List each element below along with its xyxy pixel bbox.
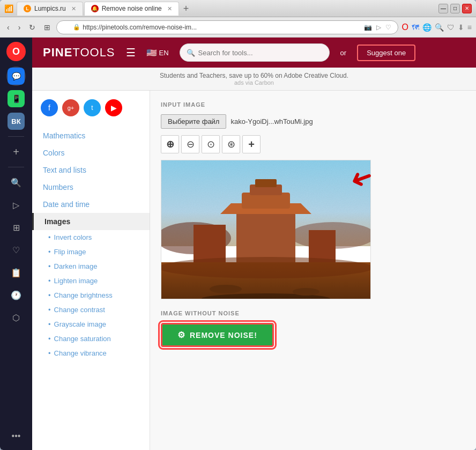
- search-icon: 🔍: [187, 49, 195, 57]
- home-button[interactable]: ⊞: [41, 22, 53, 33]
- twitter-share-button[interactable]: t: [84, 99, 101, 116]
- sidebar-subitem-lighten-image[interactable]: Lighten image: [32, 274, 150, 288]
- pine-bold: PINE: [43, 46, 72, 59]
- youtube-share-button[interactable]: ▶: [105, 99, 122, 116]
- language-selector[interactable]: 🇺🇸 EN: [146, 48, 169, 58]
- google-plus-share-button[interactable]: g+: [62, 99, 79, 116]
- wa-icon: 📱: [8, 90, 25, 107]
- vk-icon[interactable]: ВК: [6, 112, 26, 131]
- addressbar: ‹ › ↻ ⊞ 🔒 https://pinetools.com/remove-n…: [0, 17, 476, 38]
- browser-content: O 💬 📱 ВК + 🔍 ▷ ⊞ ♡ 📋 🕐 ⬡ •••: [0, 38, 476, 450]
- tab-lumpics[interactable]: L Lumpics.ru ✕: [17, 2, 83, 16]
- ad-banner: Students and Teachers, save up to 60% on…: [32, 68, 476, 91]
- messenger-icon[interactable]: 💬: [6, 67, 26, 86]
- social-buttons: f g+ t ▶: [32, 99, 150, 125]
- pine-header: PINETOOLS ☰ 🇺🇸 EN 🔍 or Suggest one: [32, 38, 476, 68]
- sidebar-item-images[interactable]: Images: [32, 213, 150, 230]
- grid-icon[interactable]: ⊞: [6, 218, 26, 237]
- sidebar-subitem-flip-image[interactable]: Flip image: [32, 245, 150, 259]
- file-input-row: Выберите файл kako-YgoiDj...whTouMi.jpg: [161, 114, 465, 129]
- refresh-button[interactable]: ↻: [26, 22, 38, 33]
- zoom-out-button[interactable]: ⊖: [181, 135, 199, 153]
- sidebar-subitem-grayscale[interactable]: Grayscale image: [32, 317, 150, 331]
- main-content-area: INPUT IMAGE Выберите файл kako-YgoiDj...…: [150, 91, 476, 450]
- sidebar-item-colors[interactable]: Colors: [32, 144, 150, 161]
- search-container[interactable]: 🔍: [180, 43, 330, 62]
- history-icon[interactable]: 🕐: [6, 285, 26, 305]
- tab-favicon-lumpics: L: [24, 5, 31, 12]
- ssl-lock-icon: 🔒: [73, 24, 80, 31]
- sidebar-subitem-darken-image[interactable]: Darken image: [32, 259, 150, 274]
- zoom-in-button[interactable]: ⊕: [161, 135, 179, 153]
- vk-logo: ВК: [8, 113, 25, 130]
- tab-close-noise[interactable]: ✕: [167, 5, 172, 12]
- output-section: IMAGE WITHOUT NOISE ⚙ REMOVE NOISE!: [161, 310, 465, 347]
- tab-close-lumpics[interactable]: ✕: [71, 5, 76, 12]
- forward-button[interactable]: ›: [16, 22, 24, 33]
- whatsapp-icon[interactable]: 📱: [6, 89, 26, 108]
- ad-line1: Students and Teachers, save up to 60% on…: [36, 72, 472, 79]
- tab-remove-noise[interactable]: 🔔 Remove noise online ✕: [84, 2, 179, 16]
- settings-icon: ≡: [467, 23, 472, 32]
- download-icon: ⬇: [458, 23, 464, 32]
- opera-sidebar: O 💬 📱 ВК + 🔍 ▷ ⊞ ♡ 📋 🕐 ⬡ •••: [0, 38, 32, 450]
- sidebar-item-date-time[interactable]: Date and time: [32, 196, 150, 213]
- nav-section: Mathematics Colors Text and lists Number…: [32, 125, 150, 363]
- sidebar-item-mathematics[interactable]: Mathematics: [32, 127, 150, 144]
- opera-o-icon: O: [401, 23, 408, 32]
- zoom-custom-button[interactable]: +: [242, 135, 261, 153]
- share-icon: ▷: [376, 24, 381, 31]
- new-tab-button[interactable]: +: [180, 2, 192, 16]
- suggest-button[interactable]: Suggest one: [357, 45, 415, 61]
- tab-label-noise: Remove noise online: [102, 5, 162, 12]
- titlebar: 📶 L Lumpics.ru ✕ 🔔 Remove noise online ✕…: [0, 0, 476, 17]
- favorites-icon[interactable]: ♡: [6, 240, 26, 260]
- extensions-icon[interactable]: ⬡: [6, 308, 26, 327]
- maximize-button[interactable]: □: [450, 4, 460, 13]
- sidebar-subitem-change-brightness[interactable]: Change brightness: [32, 288, 150, 303]
- url-bar[interactable]: 🔒 https://pinetools.com/remove-noise-im.…: [56, 20, 398, 34]
- sidebar-subitem-invert-colors[interactable]: Invert colors: [32, 230, 150, 245]
- globe-icon: 🌐: [422, 23, 432, 32]
- lang-label: EN: [159, 49, 169, 57]
- url-text: https://pinetools.com/remove-noise-im...: [83, 24, 197, 31]
- more-icon[interactable]: •••: [6, 426, 26, 446]
- send-icon[interactable]: ▷: [6, 195, 26, 215]
- sidebar-subitem-change-contrast[interactable]: Change contrast: [32, 303, 150, 317]
- svg-point-15: [293, 288, 319, 296]
- tab-label-lumpics: Lumpics.ru: [34, 5, 66, 12]
- maps-icon: 🗺: [412, 23, 419, 32]
- facebook-share-button[interactable]: f: [41, 99, 58, 116]
- close-button[interactable]: ✕: [462, 4, 472, 13]
- clipboard-icon[interactable]: 📋: [6, 263, 26, 282]
- sidebar-subitem-change-saturation[interactable]: Change saturation: [32, 331, 150, 346]
- window-controls: — □ ✕: [438, 4, 472, 13]
- wifi-icon: 📶: [4, 4, 13, 13]
- output-label: IMAGE WITHOUT NOISE: [161, 310, 465, 316]
- zoom-fit-button[interactable]: ⊙: [202, 135, 220, 153]
- add-icon[interactable]: +: [6, 142, 26, 161]
- gear-icon: ⚙: [177, 330, 185, 340]
- zoom-controls: ⊕ ⊖ ⊙ ⊛ +: [161, 135, 465, 153]
- search-sidebar-icon[interactable]: 🔍: [6, 173, 26, 192]
- minimize-button[interactable]: —: [438, 4, 448, 13]
- choose-file-button[interactable]: Выберите файл: [161, 114, 226, 129]
- fb-messenger-icon: 💬: [8, 68, 25, 85]
- svg-point-12: [161, 257, 370, 278]
- left-nav: f g+ t ▶ Mathematics Colors Text and lis…: [32, 91, 150, 450]
- opera-logo: O: [6, 42, 26, 61]
- hamburger-menu[interactable]: ☰: [126, 46, 136, 59]
- input-image-label: INPUT IMAGE: [161, 101, 465, 108]
- back-button[interactable]: ‹: [4, 22, 12, 33]
- sidebar-item-numbers[interactable]: Numbers: [32, 179, 150, 196]
- remove-noise-label: REMOVE NOISE!: [190, 331, 257, 340]
- search-input[interactable]: [198, 49, 323, 57]
- sidebar-item-text-lists[interactable]: Text and lists: [32, 161, 150, 179]
- zoom-actual-button[interactable]: ⊛: [222, 135, 240, 153]
- file-name-display: kako-YgoiDj...whTouMi.jpg: [230, 117, 313, 126]
- svg-point-14: [210, 285, 242, 293]
- sidebar-subitem-change-vibrance[interactable]: Change vibrance: [32, 346, 150, 360]
- browser-icons: O 🗺 🌐 🔍 🛡 ⬇ ≡: [401, 23, 472, 32]
- pine-thin: TOOLS: [72, 46, 115, 59]
- remove-noise-button[interactable]: ⚙ REMOVE NOISE!: [161, 323, 274, 347]
